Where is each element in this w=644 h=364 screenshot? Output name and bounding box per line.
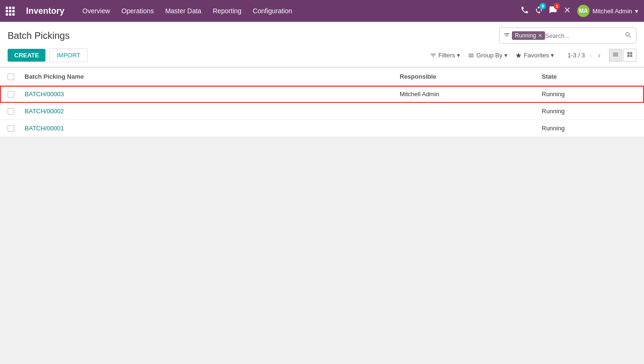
table-header: Batch Picking Name Responsible State (0, 68, 644, 86)
list-view-button[interactable] (609, 49, 622, 62)
group-by-chevron-icon: ▾ (504, 52, 508, 59)
running-filter-tag[interactable]: Running ✕ (512, 31, 545, 40)
batch-name[interactable]: BATCH/00001 (25, 125, 400, 132)
search-icon[interactable] (625, 31, 632, 40)
table-row[interactable]: BATCH/00002 Running (0, 103, 644, 120)
filter-tag-label: Running (515, 32, 536, 39)
favorites-chevron-icon: ▾ (551, 52, 554, 59)
navbar-menu: Overview Operations Master Data Reportin… (81, 5, 513, 17)
filter-funnel-icon (503, 32, 510, 40)
state: Running (542, 125, 636, 132)
navbar-right: 9 1 MA Mitchell Admin ▾ (520, 5, 638, 17)
select-all-checkbox[interactable] (8, 73, 14, 80)
nav-overview[interactable]: Overview (81, 5, 111, 17)
navbar: Inventory Overview Operations Master Dat… (0, 0, 644, 22)
nav-operations[interactable]: Operations (120, 5, 154, 17)
search-bar[interactable]: Running ✕ (499, 27, 636, 44)
pagination: 1-3 / 3 ‹ › (567, 51, 601, 60)
state: Running (542, 91, 636, 98)
updates-badge: 9 (539, 3, 546, 9)
search-input[interactable] (545, 32, 625, 39)
pagination-next[interactable]: › (597, 51, 601, 60)
nav-reporting[interactable]: Reporting (212, 5, 242, 17)
batch-name[interactable]: BATCH/00003 (25, 91, 400, 98)
avatar: MA (577, 5, 590, 17)
nav-master-data[interactable]: Master Data (164, 5, 202, 17)
group-by-dropdown[interactable]: Group By ▾ (468, 52, 508, 59)
pagination-prev[interactable]: ‹ (589, 51, 593, 60)
col-header-responsible: Responsible (400, 73, 542, 80)
pagination-label: 1-3 / 3 (567, 52, 585, 59)
user-menu[interactable]: MA Mitchell Admin ▾ (577, 5, 638, 17)
page-title: Batch Pickings (8, 30, 70, 41)
row-checkbox-cell (8, 125, 25, 132)
row-checkbox-cell (8, 108, 25, 115)
row-checkbox-cell (8, 91, 25, 98)
app-title: Inventory (26, 6, 64, 16)
table: Batch Picking Name Responsible State BAT… (0, 68, 644, 137)
filter-tag-remove[interactable]: ✕ (538, 33, 542, 39)
toolbar: CREATE IMPORT Filters ▾ Group By ▾ Favor… (8, 48, 636, 67)
toolbar-filters: Filters ▾ Group By ▾ Favorites ▾ (430, 52, 555, 59)
header-checkbox-cell (8, 73, 25, 80)
apps-icon[interactable] (6, 7, 15, 16)
updates-icon[interactable]: 9 (535, 6, 543, 16)
messages-icon[interactable]: 1 (549, 6, 557, 16)
col-header-state: State (542, 73, 636, 80)
close-icon[interactable] (563, 6, 572, 16)
batch-name[interactable]: BATCH/00002 (25, 108, 400, 115)
row-checkbox[interactable] (8, 108, 14, 115)
kanban-view-button[interactable] (623, 49, 636, 62)
favorites-dropdown[interactable]: Favorites ▾ (515, 52, 554, 59)
responsible: Mitchell Admin (400, 91, 542, 98)
create-button[interactable]: CREATE (8, 49, 45, 62)
phone-icon[interactable] (520, 6, 529, 16)
table-row[interactable]: BATCH/00001 Running (0, 120, 644, 137)
subheader: Batch Pickings Running ✕ CREATE IMPORT (0, 22, 644, 67)
user-name: Mitchell Admin (592, 8, 632, 15)
filters-chevron-icon: ▾ (457, 52, 460, 59)
filters-dropdown[interactable]: Filters ▾ (430, 52, 460, 59)
col-header-name: Batch Picking Name (25, 73, 400, 80)
table-row[interactable]: BATCH/00003 Mitchell Admin Running (0, 86, 644, 103)
nav-configuration[interactable]: Configuration (252, 5, 293, 17)
view-toggle (609, 49, 636, 62)
state: Running (542, 108, 636, 115)
messages-badge: 1 (554, 3, 560, 9)
import-button[interactable]: IMPORT (49, 48, 87, 62)
row-checkbox[interactable] (8, 125, 14, 132)
search-bar-container: Running ✕ (499, 27, 636, 44)
user-dropdown-icon: ▾ (635, 8, 638, 15)
row-checkbox[interactable] (8, 91, 14, 98)
